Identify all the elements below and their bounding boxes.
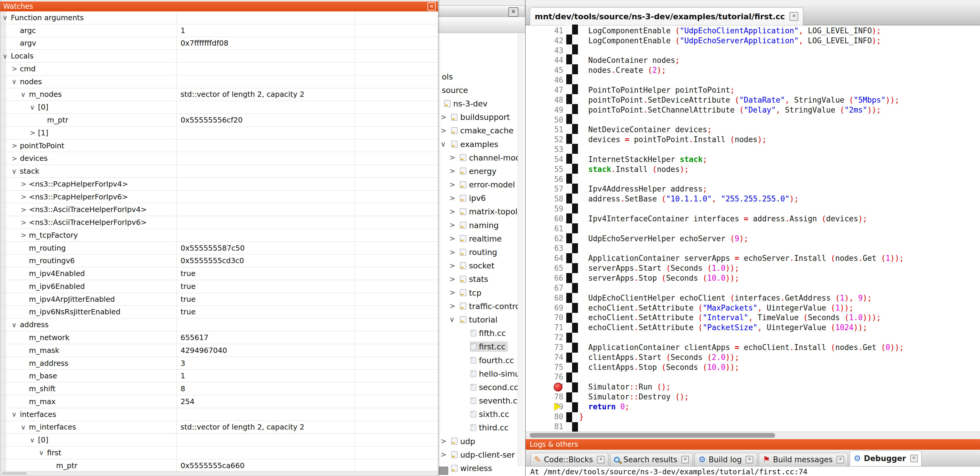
chevron-right-icon[interactable]: >	[449, 221, 459, 229]
line-number[interactable]: 60	[526, 214, 566, 223]
watches-title-bar[interactable]: Watches ✕	[0, 2, 438, 11]
code-line[interactable]: 68 UdpEchoClientHelper echoClient (inter…	[526, 293, 980, 303]
chevron-down-icon[interactable]: ∨	[30, 104, 38, 111]
line-number[interactable]: 47	[526, 86, 566, 94]
chevron-right-icon[interactable]: >	[449, 208, 459, 216]
tree-item-naming[interactable]: >naming	[437, 219, 525, 232]
close-tab-icon[interactable]: ✕	[746, 456, 753, 463]
watch-row[interactable]: ∨stack	[0, 165, 438, 178]
line-number[interactable]: 71	[526, 323, 566, 332]
line-number[interactable]: 74	[526, 353, 566, 362]
code-line[interactable]: 59	[526, 204, 980, 214]
watch-row[interactable]: >cmd	[0, 62, 438, 75]
code-line[interactable]: 52 devices = pointToPoint.Install (nodes…	[526, 134, 980, 144]
code-line[interactable]: 75 clientApps.Stop (Seconds (10.0));	[526, 362, 980, 372]
close-tab-icon[interactable]: ✕	[910, 455, 918, 462]
tree-item-routing[interactable]: >routing	[437, 245, 525, 259]
chevron-down-icon[interactable]: ∨	[12, 321, 20, 329]
code-line[interactable]: 73 ApplicationContainer clientApps = ech…	[526, 342, 980, 352]
line-number[interactable]: 73	[526, 343, 566, 352]
watch-row[interactable]: ∨m_interfacesstd::vector of length 2, ca…	[0, 421, 438, 434]
tree-item-cmake-cache[interactable]: >cmake_cache	[437, 124, 525, 137]
tree-item-label-wrap[interactable]: third.cc	[470, 422, 511, 433]
chevron-right-icon[interactable]: >	[12, 155, 20, 162]
code-line[interactable]: 60 Ipv4InterfaceContainer interfaces = a…	[526, 214, 980, 224]
log-tab-debugger[interactable]: ⚙Debugger✕	[850, 450, 921, 466]
watch-row[interactable]: >[1]	[0, 126, 438, 139]
code-line[interactable]: 80}	[526, 412, 980, 422]
line-number[interactable]: 48	[526, 96, 566, 104]
tree-item-label-wrap[interactable]: socket	[459, 260, 497, 271]
line-number[interactable]: 59	[526, 204, 566, 213]
watch-row[interactable]: ><ns3::PcapHelperForIpv6>	[0, 191, 438, 203]
watch-row[interactable]: ∨[0]	[0, 101, 438, 114]
line-number[interactable]: 44	[526, 56, 566, 65]
tree-item-label-wrap[interactable]: error-model	[459, 179, 517, 190]
line-number[interactable]: 43	[526, 46, 566, 55]
close-icon[interactable]: ✕	[508, 7, 518, 17]
line-number[interactable]: 51	[526, 125, 566, 134]
tree-item-label-wrap[interactable]: ols	[441, 72, 455, 82]
code-line[interactable]: 54 InternetStackHelper stack;	[526, 154, 980, 165]
chevron-right-icon[interactable]: >	[449, 275, 459, 283]
code-line[interactable]: 57 Ipv4AddressHelper address;	[526, 184, 980, 194]
tree-item-second-cc[interactable]: second.cc	[437, 380, 525, 394]
line-number[interactable]: 46	[526, 76, 566, 85]
tree-item-seventh-cc[interactable]: seventh.cc	[437, 394, 525, 407]
watch-row[interactable]: m_max254	[0, 395, 438, 408]
close-icon[interactable]: ✕	[428, 2, 436, 11]
tree-item-matrix-topol[interactable]: >matrix-topol	[437, 205, 525, 219]
watch-row[interactable]: m_mask4294967040	[0, 344, 438, 357]
tree-item-label-wrap[interactable]: second.cc	[470, 382, 521, 392]
code-line[interactable]: 76	[526, 372, 980, 382]
tree-item-third-cc[interactable]: third.cc	[437, 421, 525, 434]
chevron-down-icon[interactable]: ∨	[30, 436, 38, 444]
close-tab-icon[interactable]: ✕	[789, 12, 798, 21]
line-number[interactable]: 68	[526, 294, 566, 302]
chevron-right-icon[interactable]: >	[441, 450, 450, 459]
close-tab-icon[interactable]: ✕	[681, 456, 689, 463]
log-tab-search-results[interactable]: Search results✕	[610, 453, 693, 466]
tree-item-label-wrap[interactable]: channel-mod	[459, 153, 523, 163]
code-line[interactable]: 79 return 0;	[526, 402, 980, 412]
code-line[interactable]: 63	[526, 244, 980, 254]
line-number[interactable]: 45	[526, 66, 566, 75]
tree-item-wireless[interactable]: >wireless	[437, 462, 525, 475]
watch-row[interactable]: m_address3	[0, 357, 438, 370]
chevron-right-icon[interactable]: >	[21, 231, 29, 239]
watch-row[interactable]: ><ns3::PcapHelperForIpv4>	[0, 178, 438, 191]
code-area[interactable]: 41 LogComponentEnable ("UdpEchoClientApp…	[526, 26, 980, 431]
chevron-right-icon[interactable]: >	[441, 113, 450, 121]
chevron-down-icon[interactable]: ∨	[21, 423, 29, 431]
watch-row[interactable]: ∨interfaces	[0, 408, 438, 421]
tree-item-label-wrap[interactable]: wireless	[450, 463, 495, 473]
line-number[interactable]: 58	[526, 195, 566, 203]
code-line[interactable]: 56	[526, 174, 980, 184]
code-line[interactable]: 48 pointToPoint.SetDeviceAttribute ("Dat…	[526, 95, 980, 105]
tree-item-label-wrap[interactable]: tcp	[459, 288, 484, 298]
watches-horizontal-scrollbar[interactable]	[1, 471, 438, 475]
watch-row[interactable]: >devices	[0, 152, 438, 165]
tree-item-first-cc[interactable]: first.cc	[437, 340, 525, 353]
watch-row[interactable]: ∨first	[0, 446, 438, 459]
tree-item-label-wrap[interactable]: seventh.cc	[470, 396, 524, 406]
tree-item-ipv6[interactable]: >ipv6	[437, 192, 525, 205]
tree-item-examples[interactable]: ∨examples	[437, 137, 525, 151]
line-number[interactable]: 52	[526, 135, 566, 144]
chevron-right-icon[interactable]: >	[441, 126, 450, 135]
tree-item-tutorial[interactable]: ∨tutorial	[437, 313, 525, 326]
watches-horizontal-scrollbar-thumb[interactable]	[2, 472, 27, 474]
code-line[interactable]: 61	[526, 224, 980, 233]
tree-item-label-wrap[interactable]: matrix-topol	[459, 206, 520, 217]
tree-horizontal-scrollbar-thumb[interactable]	[439, 466, 448, 475]
watch-row[interactable]: m_ipv6Enabledtrue	[0, 280, 438, 293]
line-number[interactable]: 64	[526, 254, 566, 262]
tree-item-label-wrap[interactable]: udp-client-ser	[450, 450, 517, 460]
tree-item-stats[interactable]: >stats	[437, 273, 525, 286]
watch-row[interactable]: m_routingv60x5555555cd3c0	[0, 255, 438, 268]
tree-item-sixth-cc[interactable]: sixth.cc	[437, 407, 525, 421]
chevron-down-icon[interactable]: ∨	[441, 140, 450, 148]
code-line[interactable]: 47 PointToPointHelper pointToPoint;	[526, 85, 980, 95]
tree-item-label-wrap[interactable]: fifth.cc	[470, 328, 508, 338]
tree-item-hello-simul[interactable]: hello-simul	[437, 367, 525, 380]
